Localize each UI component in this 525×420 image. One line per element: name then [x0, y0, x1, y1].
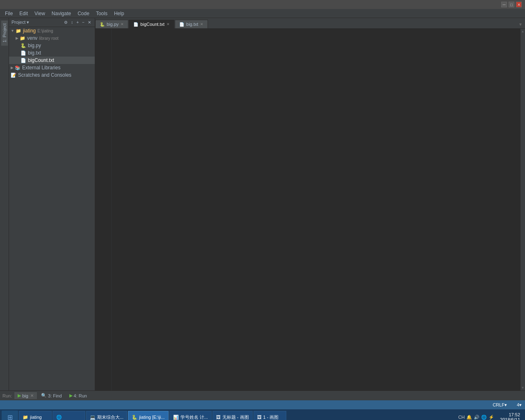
- tree-label-big-py: big.py: [28, 43, 41, 48]
- tree-arrow-external: ▶: [11, 66, 14, 70]
- tree-item-jiating[interactable]: ▼ 📁 jiating E:\jiating: [9, 27, 95, 34]
- tree-item-scratches[interactable]: 📝 Scratches and Consoles: [9, 71, 95, 79]
- scroll-down-arrow[interactable]: ▼: [520, 385, 525, 390]
- tab-close-big-txt[interactable]: ✕: [200, 22, 203, 26]
- taskbar-icon-jiating: 📁: [23, 415, 28, 420]
- taskbar-icon-term: 💻: [90, 415, 96, 420]
- find-icon: 🔍: [41, 393, 47, 398]
- tree-collapse-btn[interactable]: −: [81, 20, 86, 25]
- taskbar-item-jiating[interactable]: 📁 jiating: [19, 411, 52, 420]
- tab-settings-icon[interactable]: ▼: [516, 21, 525, 28]
- close-button[interactable]: ✕: [516, 2, 522, 7]
- tree-settings-btn[interactable]: ⚙: [63, 20, 69, 25]
- taskbar-tray: CH 🔔 🔊 🌐 ⚡: [457, 415, 496, 420]
- tab-close-bigcount[interactable]: ✕: [167, 22, 170, 26]
- tree-sublabel-venv: library root: [39, 36, 58, 41]
- tree-label-venv: venv: [27, 35, 37, 41]
- taskbar-item-paint1[interactable]: 🖼 无标题 - 画图: [212, 411, 253, 420]
- run4-label: 4: Run: [74, 393, 87, 398]
- bottom-tab-run4[interactable]: ▶ 4: Run: [66, 392, 90, 399]
- tree-arrow-venv: ▶: [16, 36, 18, 40]
- taskbar-icon-paint1: 🖼: [216, 415, 221, 420]
- tree-arrow-jiating: ▼: [11, 29, 14, 33]
- scratches-icon: 📝: [11, 73, 16, 78]
- taskbar-clock[interactable]: 17:522018/6/11: [497, 412, 523, 420]
- menu-navigate[interactable]: Navigate: [48, 10, 74, 17]
- menu-code[interactable]: Code: [74, 10, 93, 17]
- tree-label-scratches: Scratches and Consoles: [18, 72, 71, 78]
- taskbar: ⊞ 📁 jiating 🌐 💻 期末综合大... 🐍 jiating [E:\j…: [0, 409, 525, 420]
- taskbar-item-paint2[interactable]: 🖼 1 - 画图: [253, 411, 286, 420]
- maximize-button[interactable]: □: [509, 2, 514, 7]
- project-panel-label: 1: Project: [0, 18, 9, 390]
- tree-sublabel-jiating: E:\jiating: [37, 29, 53, 33]
- editor-content: ▲ ▼: [95, 29, 525, 390]
- title-bar-controls: ─ □ ✕: [501, 2, 522, 7]
- tray-icon-2: 🔔: [466, 415, 472, 420]
- menu-view[interactable]: View: [31, 10, 48, 17]
- status-indent: 4▾: [517, 402, 522, 408]
- windows-icon: ⊞: [7, 413, 13, 420]
- run-label-text: big: [22, 393, 28, 398]
- menu-tools[interactable]: Tools: [93, 10, 111, 17]
- tray-icon-5: ⚡: [488, 415, 494, 420]
- right-scrollbar[interactable]: ▲ ▼: [520, 29, 525, 390]
- taskbar-item-term[interactable]: 💻 期末综合大...: [86, 411, 127, 420]
- tray-icon-1: CH: [458, 415, 465, 420]
- tab-bigcount-txt[interactable]: 📄 bigCount.txt ✕: [129, 20, 174, 28]
- external-icon: 📚: [15, 65, 21, 71]
- menu-bar: File Edit View Navigate Code Tools Help: [0, 9, 525, 18]
- tab-big-txt[interactable]: 📄 big.txt ✕: [175, 20, 208, 28]
- taskbar-item-ppt[interactable]: 📊 学号姓名 计...: [169, 411, 212, 420]
- tab-label-bigcount: bigCount.txt: [140, 22, 164, 27]
- start-button[interactable]: ⊞: [2, 411, 18, 420]
- tray-icon-4: 🌐: [481, 415, 487, 420]
- status-crlf: CRLF▾: [493, 402, 507, 408]
- code-editor[interactable]: [112, 29, 520, 390]
- minimize-button[interactable]: ─: [501, 2, 507, 7]
- run-tab-close[interactable]: ✕: [30, 393, 34, 398]
- tab-icon-big-py: 🐍: [100, 22, 105, 27]
- tree-label-jiating: jiating: [23, 28, 36, 34]
- taskbar-icon-ppt: 📊: [173, 415, 179, 420]
- tree-scroll-btn[interactable]: ↕: [70, 20, 74, 25]
- tree-item-venv[interactable]: ▶ 📁 venv library root: [9, 34, 95, 42]
- bottom-tab-run[interactable]: ▶ big ✕: [14, 392, 37, 399]
- taskbar-icon-paint2: 🖼: [257, 415, 262, 420]
- bottom-tab-find[interactable]: 🔍 3: Find: [38, 392, 65, 399]
- tree-item-big-py[interactable]: 🐍 big.py: [9, 42, 95, 49]
- scroll-up-arrow[interactable]: ▲: [520, 29, 525, 34]
- tab-label-big-py: big.py: [107, 22, 119, 27]
- tab-icon-big-txt: 📄: [179, 22, 184, 27]
- status-bar-right: CRLF▾ 4▾: [488, 402, 522, 408]
- tab-big-py[interactable]: 🐍 big.py ✕: [95, 20, 128, 28]
- tab-close-big-py[interactable]: ✕: [121, 22, 124, 26]
- tree-item-bigcount-txt[interactable]: 📄 bigCount.txt: [9, 57, 95, 64]
- taskbar-label-ppt: 学号姓名 计...: [180, 414, 208, 420]
- tree-expand-btn[interactable]: +: [75, 20, 80, 25]
- py-icon-big: 🐍: [21, 43, 26, 48]
- tree-item-external[interactable]: ▶ 📚 External Libraries: [9, 64, 95, 71]
- menu-help[interactable]: Help: [111, 10, 128, 17]
- taskbar-item-chrome[interactable]: 🌐: [52, 411, 85, 420]
- taskbar-label-jiating: jiating: [30, 415, 42, 420]
- taskbar-label-paint2: 1 - 画图: [263, 414, 279, 420]
- tree-close-btn[interactable]: ✕: [87, 20, 92, 25]
- taskbar-icon-chrome: 🌐: [56, 415, 62, 420]
- menu-file[interactable]: File: [2, 10, 16, 17]
- line-numbers: [95, 29, 112, 390]
- editor-area: 🐍 big.py ✕ 📄 bigCount.txt ✕ 📄 big.txt ✕ …: [95, 18, 525, 390]
- find-label: 3: Find: [48, 393, 62, 398]
- tab-label-big-txt: big.txt: [186, 22, 198, 27]
- tab-icon-bigcount: 📄: [133, 22, 138, 27]
- taskbar-label-term: 期末综合大...: [97, 414, 123, 420]
- run-label: Run:: [2, 393, 12, 398]
- taskbar-item-pycharm[interactable]: 🐍 jiating [E:\ji...: [128, 411, 168, 420]
- folder-icon-venv: 📁: [20, 36, 25, 41]
- taskbar-icon-pycharm: 🐍: [132, 415, 137, 420]
- tree-item-big-txt[interactable]: 📄 big.txt: [9, 49, 95, 57]
- tree-label-big-txt: big.txt: [28, 50, 41, 56]
- menu-edit[interactable]: Edit: [16, 10, 31, 17]
- project-panel-tab[interactable]: 1: Project: [1, 20, 8, 46]
- folder-icon-jiating: 📁: [16, 28, 21, 34]
